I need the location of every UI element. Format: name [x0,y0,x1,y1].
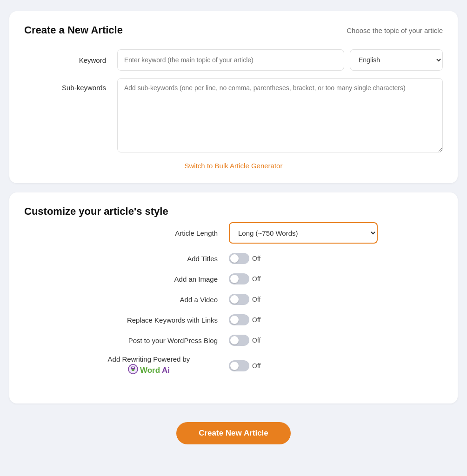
create-article-card: Create a New Article Choose the topic of… [9,11,458,183]
subkeywords-row: Sub-keywords [24,78,443,152]
customize-inner: Article Length Short (~300 Words) Medium… [24,218,443,390]
add-video-off-label: Off [252,296,260,303]
wordai-row: Add Rewriting Powered by WordAi [33,355,434,377]
post-wordpress-slider [229,335,249,346]
wordai-word: Word [140,366,160,375]
switch-link-row: Switch to Bulk Article Generator [24,162,443,170]
wordai-control: Off [229,360,387,371]
switch-to-bulk-link[interactable]: Switch to Bulk Article Generator [185,162,283,170]
post-wordpress-control: Off [229,335,387,346]
wordai-row-text: Add Rewriting Powered by [108,355,190,363]
add-image-slider [229,273,249,284]
add-titles-slider [229,253,249,264]
keyword-label: Keyword [24,56,117,64]
post-wordpress-toggle[interactable] [229,335,249,346]
bottom-bar: Create New Article [9,413,458,449]
add-video-toggle-wrapper: Off [229,294,387,305]
replace-keywords-control: Off [229,314,387,325]
language-select[interactable]: English French Spanish German Italian Po… [350,49,443,71]
wordai-toggle-wrapper: Off [229,360,387,371]
article-length-row: Article Length Short (~300 Words) Medium… [33,222,434,244]
add-titles-toggle-wrapper: Off [229,253,387,264]
add-video-toggle[interactable] [229,294,249,305]
add-titles-control: Off [229,253,387,264]
customize-title: Customize your article's style [24,205,168,217]
add-titles-row: Add Titles Off [33,253,434,264]
add-titles-label: Add Titles [80,255,229,263]
card-header: Create a New Article Choose the topic of… [24,24,443,36]
replace-keywords-row: Replace Keywords with Links Off [33,314,434,325]
article-length-label: Article Length [80,229,229,237]
add-image-off-label: Off [252,275,260,283]
wordai-toggle[interactable] [229,360,249,371]
add-image-toggle-wrapper: Off [229,273,387,284]
add-video-slider [229,294,249,305]
create-article-button[interactable]: Create New Article [176,422,291,444]
keyword-row: Keyword English French Spanish German It… [24,49,443,71]
customize-card: Customize your article's style Article L… [9,192,458,403]
add-titles-off-label: Off [252,255,260,262]
wordai-icon [128,364,138,377]
card-subtitle: Choose the topic of your article [347,26,443,34]
replace-keywords-off-label: Off [252,316,260,324]
add-image-row: Add an Image Off [33,273,434,284]
add-video-label: Add a Video [80,296,229,304]
add-video-control: Off [229,294,387,305]
page-title: Create a New Article [24,24,123,36]
add-image-control: Off [229,273,387,284]
post-wordpress-row: Post to your WordPress Blog Off [33,335,434,346]
add-titles-toggle[interactable] [229,253,249,264]
wordai-brand: WordAi [128,364,170,377]
article-length-control: Short (~300 Words) Medium (~500 Words) L… [229,222,387,244]
svg-point-3 [132,366,134,368]
replace-keywords-label: Replace Keywords with Links [80,316,229,324]
article-length-select[interactable]: Short (~300 Words) Medium (~500 Words) L… [229,222,378,244]
subkeywords-textarea[interactable] [117,78,443,152]
wordai-label-container: Add Rewriting Powered by WordAi [80,355,229,377]
replace-keywords-toggle-wrapper: Off [229,314,387,325]
keyword-input[interactable] [117,49,344,71]
post-wordpress-label: Post to your WordPress Blog [80,337,229,344]
replace-keywords-toggle[interactable] [229,314,249,325]
wordai-slider [229,360,249,371]
post-wordpress-off-label: Off [252,337,260,344]
wordai-ai: Ai [162,366,170,375]
svg-point-2 [132,369,134,371]
add-image-label: Add an Image [80,275,229,283]
wordai-label-group: Add Rewriting Powered by WordAi [80,355,229,377]
post-wordpress-toggle-wrapper: Off [229,335,387,346]
wordai-off-label: Off [252,362,260,370]
add-video-row: Add a Video Off [33,294,434,305]
keyword-inputs-group: English French Spanish German Italian Po… [117,49,443,71]
replace-keywords-slider [229,314,249,325]
add-image-toggle[interactable] [229,273,249,284]
subkeywords-label: Sub-keywords [24,78,117,92]
